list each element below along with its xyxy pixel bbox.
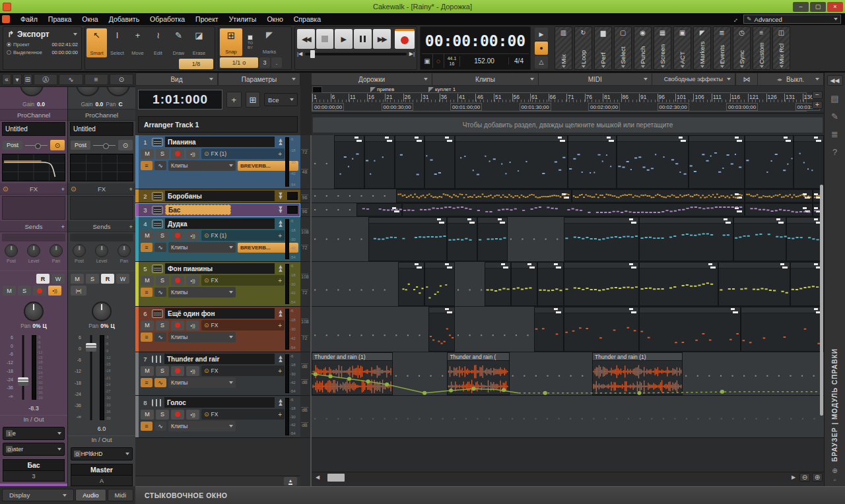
- record-arm-button[interactable]: [171, 366, 184, 376]
- send-knob-level[interactable]: [95, 244, 108, 257]
- collapse-inspector-button[interactable]: «: [2, 74, 11, 85]
- media-icon[interactable]: ✎: [831, 111, 838, 121]
- fx-power-icon[interactable]: ⊙: [204, 150, 209, 157]
- pan-knob[interactable]: [92, 301, 112, 321]
- marker-припев[interactable]: припев: [370, 86, 394, 92]
- zoom-out-button[interactable]: −: [812, 91, 823, 99]
- clip-row-8[interactable]: [312, 396, 824, 438]
- duplicate-track-button[interactable]: ⊞: [246, 92, 260, 108]
- track-header-7[interactable]: 7Thunder and rair▲▲MS•))⊙FX+≡∿Клипы-6-18…: [135, 352, 300, 396]
- snap-button[interactable]: ⊞ Snap: [220, 28, 242, 56]
- record-arm-button[interactable]: [171, 276, 184, 286]
- track-name-plate[interactable]: Бас: [3, 459, 65, 471]
- automation-button[interactable]: ∿: [154, 161, 166, 170]
- clips-menu[interactable]: Клипы: [432, 73, 539, 86]
- arranger-hint[interactable]: Чтобы добавить раздел, дважды щелкните м…: [313, 117, 823, 133]
- add-fx-icon[interactable]: +: [278, 322, 282, 329]
- collapse-chevron-icon[interactable]: ▲▲: [277, 399, 285, 406]
- track-name-plate[interactable]: Master: [71, 464, 133, 476]
- play-mini-button[interactable]: ▶: [535, 28, 548, 40]
- snap-marks-button[interactable]: ◤ Marks: [258, 28, 281, 56]
- solo-button[interactable]: S: [156, 276, 169, 286]
- tool-move[interactable]: +Move: [127, 28, 148, 57]
- hzoom-out-button[interactable]: ⊖: [799, 473, 810, 482]
- fx-bin[interactable]: ⊙FX+: [201, 365, 285, 376]
- expand-icon[interactable]: ↔: [730, 15, 740, 24]
- midi-track-icon[interactable]: [152, 220, 163, 228]
- send-knob-post[interactable]: [73, 244, 86, 257]
- clips-dropdown[interactable]: Клипы: [168, 377, 236, 388]
- track-header-4[interactable]: 4Дудка▲▲MS•))⊙FX (1)+≡∿КлипыBREVERB...-6…: [135, 217, 300, 262]
- midi-track-icon[interactable]: [152, 265, 163, 273]
- notes-icon[interactable]: ≣: [831, 129, 838, 139]
- fx-menu[interactable]: Свободные эффекты: [652, 73, 735, 86]
- menu-item-Обработка[interactable]: Обработка: [145, 15, 190, 23]
- stop-button[interactable]: [316, 29, 334, 49]
- collapse-chevron-icon[interactable]: ▲▲: [277, 265, 285, 272]
- eq-graph[interactable]: [2, 154, 65, 181]
- mute-button[interactable]: M: [141, 231, 154, 241]
- power-icon[interactable]: ⊙: [110, 74, 133, 85]
- position-slider[interactable]: [305, 53, 407, 55]
- audio-track-icon[interactable]: [152, 399, 162, 406]
- module-tab-select[interactable]: ▢Select: [614, 26, 632, 70]
- fx-header[interactable]: ⊙FX+: [68, 183, 135, 195]
- midi-track-icon[interactable]: [152, 206, 163, 214]
- track-header-8[interactable]: 8Голос▲▲MS•))⊙FX+≡∿Клипы-6-18-30-42-54: [135, 396, 300, 438]
- export-button[interactable]: ↱ Экспорт: [5, 28, 80, 40]
- add-send-icon[interactable]: +: [129, 223, 133, 230]
- sidebar-vertical-label[interactable]: БРАУЗЕР | МОДУЛЬ СПРАВКИ: [831, 348, 838, 462]
- zoom-in-button[interactable]: +: [812, 101, 823, 109]
- collapse-chevron-icon[interactable]: ▼▼: [277, 193, 285, 199]
- clip-row-3[interactable]: [312, 203, 824, 217]
- time-ruler[interactable]: 1611162126313641465156616671768186919610…: [312, 86, 824, 113]
- go-to-end-button[interactable]: ▶|: [409, 51, 415, 57]
- module-tab-mix-rcl[interactable]: ◫Mix Rcl: [772, 26, 790, 70]
- power-button[interactable]: ⊙: [118, 140, 133, 150]
- scroll-right-button[interactable]: ▶: [789, 474, 798, 482]
- metronome-button[interactable]: △: [535, 56, 548, 69]
- menu-item-Окно[interactable]: Окно: [261, 15, 288, 23]
- menu-item-Окна[interactable]: Окна: [77, 15, 103, 23]
- automation-button[interactable]: ∿: [154, 243, 166, 252]
- track-name[interactable]: Пианина: [165, 137, 275, 147]
- add-fx-icon[interactable]: +: [278, 411, 282, 418]
- track-name-input[interactable]: [165, 205, 231, 215]
- module-tab-perf[interactable]: ▆Perf: [594, 26, 612, 70]
- menu-item-Добавить[interactable]: Добавить: [104, 15, 145, 23]
- arranger-tab-icon[interactable]: Ⓐ: [34, 74, 57, 85]
- play-button[interactable]: ▶: [335, 29, 353, 49]
- track-name[interactable]: Фон пианины: [165, 263, 275, 274]
- fx-power-icon[interactable]: ⊙: [204, 322, 209, 329]
- sends-header[interactable]: Sends+: [68, 221, 135, 232]
- record-arm-button[interactable]: [33, 286, 46, 296]
- eq-graph[interactable]: [70, 154, 133, 181]
- input-echo-button[interactable]: •)): [186, 149, 199, 159]
- track-header-6[interactable]: 6Ещё один фон▲▲MS•))⊙FX+≡∿Клипы-6-18-30-…: [135, 307, 300, 352]
- fast-forward-button[interactable]: ▶▶: [373, 29, 391, 49]
- add-fx-icon[interactable]: +: [129, 185, 133, 193]
- button-w[interactable]: W: [51, 274, 65, 284]
- tempo-display[interactable]: 152.00: [460, 57, 509, 65]
- draw-resolution-dropdown[interactable]: 1/8: [179, 59, 213, 69]
- dock-window-bar[interactable]: СТЫКОВОЧНОЕ ОКНО: [135, 486, 845, 504]
- mute-button[interactable]: M: [141, 321, 154, 331]
- mute-button[interactable]: M: [141, 276, 154, 286]
- fx-bin[interactable]: ⊙FX (1)+: [201, 230, 285, 241]
- automation-button[interactable]: ∿: [154, 378, 166, 387]
- fader-thumb[interactable]: [86, 343, 96, 352]
- clips-dropdown[interactable]: Клипы: [168, 242, 236, 253]
- dropdown-icon[interactable]: ▾: [13, 74, 22, 85]
- crossfade-icon[interactable]: ⋈: [735, 73, 758, 86]
- take-lanes-button[interactable]: ≡: [141, 288, 152, 297]
- browser-folder-icon[interactable]: ▤: [830, 94, 838, 104]
- module-tab-sync[interactable]: ◷Sync: [733, 26, 751, 70]
- meter-display[interactable]: 4/4: [509, 57, 529, 65]
- automation-button[interactable]: ∿: [154, 288, 166, 297]
- prochannel-header[interactable]: ProChannel: [0, 110, 67, 121]
- track-name[interactable]: Thunder and rair: [164, 354, 275, 364]
- solo-button[interactable]: S: [156, 410, 169, 420]
- input-echo-button[interactable]: •)): [186, 231, 199, 241]
- copy-icon[interactable]: ⊞: [23, 74, 32, 85]
- module-tab-loop[interactable]: ↻Loop: [574, 26, 592, 70]
